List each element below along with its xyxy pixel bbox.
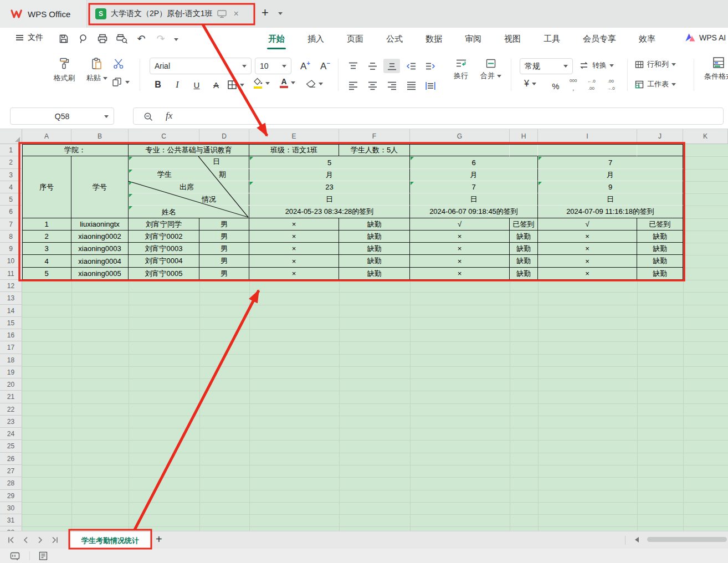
cell-H8[interactable]: 缺勤 (510, 231, 538, 243)
row-header-15[interactable]: 15 (0, 317, 22, 329)
cell-A7[interactable]: 1 (22, 218, 71, 231)
row-header-12[interactable]: 12 (0, 280, 22, 292)
scroll-left-icon[interactable] (635, 537, 639, 542)
cell-I5[interactable]: 日 (538, 193, 683, 206)
cell-I1[interactable] (538, 144, 637, 156)
row-header-4[interactable]: 4 (0, 181, 22, 193)
cell-H7[interactable]: 已签到 (510, 218, 538, 231)
cell-E2[interactable]: 5 (249, 156, 410, 169)
row-header-16[interactable]: 16 (0, 329, 22, 341)
column-header-K[interactable]: K (683, 129, 728, 144)
column-header-J[interactable]: J (637, 129, 683, 144)
cell-H1[interactable] (510, 144, 538, 156)
column-header-F[interactable]: F (339, 129, 410, 144)
cell-I7[interactable]: √ (538, 218, 637, 231)
cell-E1[interactable]: 班级：语文1班 (249, 144, 339, 156)
cell-B7[interactable]: liuxiaoningtx (71, 218, 129, 231)
row-header-6[interactable]: 6 (0, 206, 22, 218)
cell-E6[interactable]: 2024-05-23 08:34:28的签到 (249, 206, 410, 218)
cell-G7[interactable]: √ (410, 218, 510, 231)
next-sheet-button[interactable] (37, 536, 44, 544)
cell-D11[interactable]: 男 (199, 268, 249, 280)
row-header-32[interactable]: 32 (0, 526, 22, 531)
cell-F11[interactable]: 缺勤 (339, 268, 410, 280)
column-header-A[interactable]: A (22, 129, 71, 144)
column-header-G[interactable]: G (410, 129, 510, 144)
row-header-1[interactable]: 1 (0, 144, 22, 156)
row-header-5[interactable]: 5 (0, 193, 22, 206)
cell-H9[interactable]: 缺勤 (510, 243, 538, 255)
cell-F8[interactable]: 缺勤 (339, 231, 410, 243)
row-header-2[interactable]: 2 (0, 156, 22, 169)
cell-I4[interactable]: 9 (538, 181, 683, 193)
cell-C2-diagonal-header[interactable]: 日期学生出席情况姓名 (129, 156, 249, 218)
row-header-18[interactable]: 18 (0, 354, 22, 366)
cell-I3[interactable]: 月 (538, 169, 683, 181)
cell-J11[interactable]: 缺勤 (637, 268, 683, 280)
cell-H10[interactable]: 缺勤 (510, 255, 538, 268)
cell-A8[interactable]: 2 (22, 231, 71, 243)
spreadsheet-grid[interactable]: ABCDEFGHIJK12345678910111213141516171819… (0, 0, 728, 531)
cell-C8[interactable]: 刘宵宁0002 (129, 231, 199, 243)
row-header-27[interactable]: 27 (0, 465, 22, 477)
row-header-13[interactable]: 13 (0, 292, 22, 305)
cell-G5[interactable]: 日 (410, 193, 538, 206)
column-header-H[interactable]: H (510, 129, 538, 144)
cell-B11[interactable]: xiaoning0005 (71, 268, 129, 280)
row-header-7[interactable]: 7 (0, 218, 22, 231)
cell-C11[interactable]: 刘宵宁0005 (129, 268, 199, 280)
row-header-24[interactable]: 24 (0, 428, 22, 440)
row-header-22[interactable]: 22 (0, 403, 22, 416)
cell-E11[interactable]: × (249, 268, 339, 280)
row-header-8[interactable]: 8 (0, 231, 22, 243)
column-header-B[interactable]: B (71, 129, 129, 144)
cell-E7[interactable]: × (249, 218, 339, 231)
cell-F7[interactable]: 缺勤 (339, 218, 410, 231)
add-sheet-button[interactable]: + (156, 533, 162, 546)
cell-A1[interactable]: 学院： (22, 144, 129, 156)
row-header-31[interactable]: 31 (0, 514, 22, 526)
cell-I2[interactable]: 7 (538, 156, 683, 169)
cell-E9[interactable]: × (249, 243, 339, 255)
cell-G8[interactable]: × (410, 231, 510, 243)
cell-J10[interactable]: 缺勤 (637, 255, 683, 268)
cell-G2[interactable]: 6 (410, 156, 538, 169)
cell-E4[interactable]: 23 (249, 181, 410, 193)
cell-G9[interactable]: × (410, 243, 510, 255)
column-header-D[interactable]: D (199, 129, 249, 144)
row-header-21[interactable]: 21 (0, 391, 22, 403)
row-header-23[interactable]: 23 (0, 416, 22, 428)
prev-sheet-button[interactable] (22, 536, 29, 544)
cell-A11[interactable]: 5 (22, 268, 71, 280)
cell-F9[interactable]: 缺勤 (339, 243, 410, 255)
column-header-I[interactable]: I (538, 129, 637, 144)
first-sheet-button[interactable] (8, 536, 15, 544)
cell-J7[interactable]: 已签到 (637, 218, 683, 231)
cell-C7[interactable]: 刘宵宁同学 (129, 218, 199, 231)
cell-G11[interactable]: × (410, 268, 510, 280)
row-header-10[interactable]: 10 (0, 255, 22, 268)
cell-G4[interactable]: 7 (410, 181, 538, 193)
row-header-11[interactable]: 11 (0, 268, 22, 280)
row-header-28[interactable]: 28 (0, 477, 22, 490)
last-sheet-button[interactable] (51, 536, 58, 544)
cell-A10[interactable]: 4 (22, 255, 71, 268)
cell-G1[interactable] (410, 144, 510, 156)
cell-I10[interactable]: × (538, 255, 637, 268)
row-header-17[interactable]: 17 (0, 341, 22, 354)
row-header-19[interactable]: 19 (0, 366, 22, 378)
macro-panel-icon[interactable] (10, 551, 22, 561)
cell-J1[interactable] (637, 144, 683, 156)
cell-C10[interactable]: 刘宵宁0004 (129, 255, 199, 268)
cell-D9[interactable]: 男 (199, 243, 249, 255)
cell-D8[interactable]: 男 (199, 231, 249, 243)
cell-G6[interactable]: 2024-06-07 09:18:45的签到 (410, 206, 538, 218)
cell-F1[interactable]: 学生人数：5人 (339, 144, 410, 156)
cell-C9[interactable]: 刘宵宁0003 (129, 243, 199, 255)
cell-I9[interactable]: × (538, 243, 637, 255)
cell-G3[interactable]: 月 (410, 169, 538, 181)
cell-J8[interactable]: 缺勤 (637, 231, 683, 243)
row-header-20[interactable]: 20 (0, 378, 22, 391)
cell-B10[interactable]: xiaoning0004 (71, 255, 129, 268)
row-header-29[interactable]: 29 (0, 490, 22, 502)
